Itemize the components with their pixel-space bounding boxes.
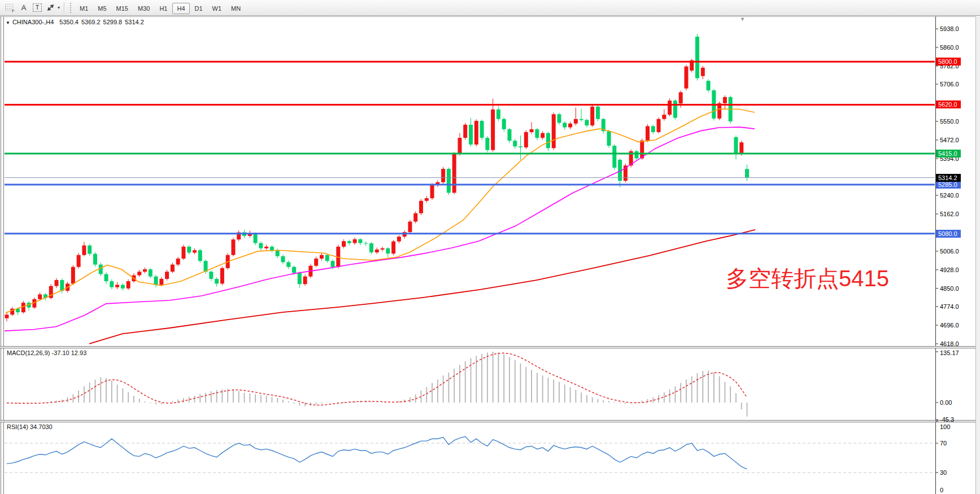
timeframe-group: M1M5M15M30H1H4D1W1MN — [75, 3, 246, 13]
close-value: 5314.2 — [125, 19, 144, 25]
price-axis-tick: 5472.0 — [940, 137, 959, 144]
price-axis-tick: 5860.0 — [940, 44, 959, 51]
symbol-label: CHINA300-,H4 — [12, 19, 54, 25]
diagonal-arrows-icon — [46, 3, 56, 12]
macd-label: MACD(12,26,9) -37.10 12.93 — [7, 349, 86, 356]
rsi-axis-tick: 100 — [940, 423, 950, 431]
low-value: 5299.8 — [103, 19, 123, 25]
price-axis-tick: 5240.0 — [940, 192, 959, 199]
rsi-panel — [5, 436, 935, 473]
macd-panel — [7, 352, 747, 417]
macd-axis-tick: -45.3 — [940, 416, 954, 423]
price-axis-tick: 5706.0 — [940, 81, 959, 88]
timeframe-button-M15[interactable]: M15 — [112, 3, 133, 14]
price-axis-tick: 5550.0 — [940, 118, 959, 125]
level-price-label-5080.0[interactable]: 5080.0 — [936, 230, 961, 238]
macd-axis-tick: 135.17 — [940, 349, 959, 357]
price-axis-tick: 4928.0 — [940, 266, 959, 274]
rsi-axis-tick: 0 — [940, 487, 943, 494]
high-value: 5369.2 — [81, 19, 101, 25]
chart-annotation-text[interactable]: 多空转折点5415 — [726, 267, 889, 290]
macd-axis-tick: 0.00 — [940, 399, 952, 406]
price-axis-tick: 5162.0 — [940, 211, 959, 218]
timeframe-button-D1[interactable]: D1 — [190, 3, 207, 14]
toolbar-drag-handle[interactable] — [70, 3, 73, 13]
rsi-axis-tick: 30 — [940, 469, 947, 476]
price-axis-tick: 4850.0 — [940, 285, 959, 292]
chart-shift-marker-icon[interactable]: ▼ — [740, 16, 745, 22]
price-axis-tick: 5938.0 — [940, 25, 959, 33]
label-tool-button[interactable]: A — [18, 2, 30, 14]
chart-window: ▼CHINA300-,H45350.45369.25299.85314.2 MA… — [0, 16, 980, 494]
symbol-dropdown-caret-icon[interactable]: ▼ — [6, 20, 10, 25]
text-tool-icon: T — [33, 3, 42, 12]
cursor-tool-button[interactable] — [45, 2, 57, 14]
level-price-label-5620.0[interactable]: 5620.0 — [936, 100, 961, 108]
text-tool-button[interactable]: T — [31, 2, 43, 14]
toolbar-separator — [64, 2, 65, 14]
timeframe-button-W1[interactable]: W1 — [208, 3, 227, 14]
toolbar: F A T ▾ M1M5M15M30H1H4D1W1MN — [0, 0, 980, 16]
mt4-window: F A T ▾ M1M5M15M30H1H4D1W1MN — [0, 0, 980, 494]
level-price-label-5415.0[interactable]: 5415.0 — [936, 150, 961, 158]
timeframe-button-H1[interactable]: H1 — [155, 3, 172, 14]
timeframe-button-MN[interactable]: MN — [227, 3, 245, 14]
current-price-label: 5314.2 — [936, 174, 961, 182]
level-price-label-5800.0[interactable]: 5800.0 — [936, 58, 961, 65]
level-price-label-5285.0[interactable]: 5285.0 — [936, 181, 961, 189]
tool-dropdown-caret-icon[interactable]: ▾ — [58, 5, 60, 10]
price-axis-tick: 4618.0 — [940, 340, 959, 348]
svg-text:F: F — [12, 8, 15, 13]
timeframe-button-H4[interactable]: H4 — [172, 3, 189, 14]
rsi-axis-tick: 70 — [940, 440, 947, 447]
chart-canvas[interactable] — [0, 16, 980, 494]
macd-signal-line — [7, 353, 747, 405]
price-axis-tick: 4774.0 — [940, 303, 959, 311]
main-price-panel — [5, 34, 935, 344]
template-f-icon[interactable]: F — [4, 2, 16, 14]
price-axis-tick: 5006.0 — [940, 248, 959, 255]
chart-title: ▼CHINA300-,H45350.45369.25299.85314.2 — [6, 19, 147, 25]
rsi-label: RSI(14) 34.7030 — [7, 423, 53, 430]
rsi-line — [7, 436, 747, 469]
timeframe-button-M1[interactable]: M1 — [75, 3, 93, 14]
open-value: 5350.4 — [59, 19, 79, 25]
timeframe-button-M30[interactable]: M30 — [133, 3, 154, 14]
dotted-grid-icon: F — [5, 3, 16, 13]
timeframe-button-M5[interactable]: M5 — [93, 3, 111, 14]
price-axis-tick: 4696.0 — [940, 322, 959, 329]
